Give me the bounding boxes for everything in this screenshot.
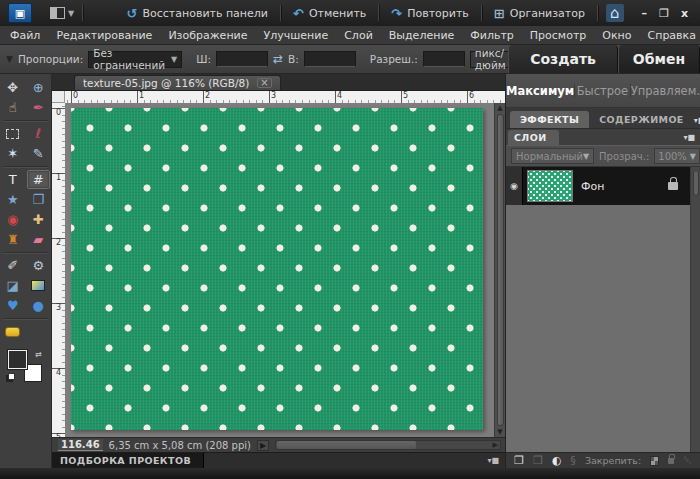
height-field[interactable] bbox=[304, 51, 356, 67]
link-layers-icon[interactable]: § bbox=[570, 455, 576, 466]
resolution-field[interactable] bbox=[423, 51, 465, 67]
horizontal-scroll-thumb[interactable] bbox=[277, 441, 416, 449]
layers-panel-tab[interactable]: СЛОИ bbox=[508, 130, 559, 145]
lock-transparency-button[interactable] bbox=[650, 456, 659, 466]
menu-layer[interactable]: Слой bbox=[344, 29, 373, 42]
zoom-tool[interactable]: ⊕ bbox=[27, 78, 50, 97]
tab-content[interactable]: СОДЕРЖИМОЕ bbox=[589, 111, 694, 128]
scroll-right-icon[interactable]: ▶ bbox=[493, 441, 500, 449]
home-button[interactable]: ⌂ bbox=[606, 4, 624, 22]
scroll-down-icon[interactable]: ▼ bbox=[497, 427, 502, 437]
blur-tool[interactable]: ● bbox=[27, 296, 50, 315]
proportions-value: Без ограничений bbox=[93, 47, 165, 71]
healing-brush-tool[interactable]: ✚ bbox=[27, 210, 50, 229]
tab-effects[interactable]: ЭФФЕКТЫ bbox=[510, 111, 589, 128]
shape-tool[interactable]: ♥ bbox=[1, 296, 24, 315]
panel-menu-icon[interactable]: ▾■ bbox=[694, 116, 700, 128]
eraser-tool[interactable]: ▰ bbox=[27, 230, 50, 249]
quick-selection-tool[interactable]: ✎ bbox=[27, 144, 50, 163]
chevron-down-icon: ▼ bbox=[690, 152, 696, 161]
redo-button[interactable]: ↷ Повторить bbox=[387, 4, 473, 23]
create-tab[interactable]: Создать bbox=[508, 45, 618, 73]
blend-mode-dropdown[interactable]: Нормальный ▼ bbox=[511, 148, 594, 164]
menu-edit[interactable]: Редактирование bbox=[56, 29, 152, 42]
status-options-arrow-icon[interactable]: ▶ bbox=[257, 440, 269, 451]
clone-stamp-tool[interactable]: ♜ bbox=[1, 230, 24, 249]
project-bin-tab[interactable]: ПОДБОРКА ПРОЕКТОВ bbox=[52, 453, 204, 468]
share-tab[interactable]: Обмен bbox=[618, 45, 700, 73]
opacity-value: 100% bbox=[658, 151, 687, 162]
menu-file[interactable]: Файл bbox=[10, 29, 40, 42]
recompose-tool[interactable]: ❐ bbox=[27, 190, 50, 209]
tab-guided-edit[interactable]: Управляем. bbox=[630, 84, 700, 98]
menu-filter[interactable]: Фильтр bbox=[470, 29, 514, 42]
cookie-cutter-tool[interactable]: ★ bbox=[1, 190, 24, 209]
ruler-number: 0 bbox=[71, 91, 137, 100]
menu-image[interactable]: Изображение bbox=[168, 29, 247, 42]
foreground-color-swatch[interactable] bbox=[8, 350, 27, 369]
marquee-tool[interactable] bbox=[1, 124, 24, 143]
maximize-button[interactable]: ❐ bbox=[659, 7, 669, 20]
smart-brush-tool[interactable]: ⚙ bbox=[27, 256, 50, 275]
proportions-dropdown[interactable]: Без ограничений ▼ bbox=[88, 51, 182, 68]
tool-icon: ✎ bbox=[33, 147, 44, 160]
menu-window[interactable]: Окно bbox=[602, 29, 631, 42]
crop-tool[interactable]: # bbox=[27, 170, 50, 189]
minimize-button[interactable]: – bbox=[642, 7, 648, 20]
layer-thumbnail[interactable] bbox=[527, 170, 573, 202]
tool-separator[interactable] bbox=[4, 252, 48, 253]
zoom-percentage-field[interactable]: 116.46 bbox=[58, 439, 103, 451]
menu-enhance[interactable]: Улучшение bbox=[264, 29, 329, 42]
hand-tool[interactable]: ☝ bbox=[1, 98, 24, 117]
scroll-up-icon[interactable]: ▲ bbox=[497, 103, 502, 113]
image-canvas-polka-dot-texture[interactable] bbox=[71, 108, 483, 430]
vertical-scroll-thumb[interactable] bbox=[497, 114, 504, 426]
type-tool[interactable]: T bbox=[1, 170, 24, 189]
width-field[interactable] bbox=[216, 51, 268, 67]
tool-separator[interactable] bbox=[4, 120, 48, 121]
delete-layer-icon[interactable]: ␡ bbox=[683, 455, 692, 466]
panel-menu-icon[interactable]: ▾■ bbox=[683, 133, 700, 145]
eyedropper-tool[interactable]: ✒ bbox=[27, 98, 50, 117]
panel-menu-icon[interactable]: ▾■ bbox=[487, 456, 505, 465]
adjustment-layer-icon[interactable]: ◐ bbox=[552, 455, 562, 466]
new-layer-icon[interactable]: ❐ bbox=[514, 455, 524, 466]
organizer-button[interactable]: ⊞ Организатор bbox=[490, 4, 589, 23]
document-tab-bar: texture-05.jpg @ 116% (RGB/8) × bbox=[52, 74, 505, 91]
layers-scroll-thumb[interactable] bbox=[693, 170, 699, 196]
restore-panels-button[interactable]: ↺ Восстановить панели bbox=[123, 4, 272, 23]
swap-colors-icon[interactable]: ⇄ bbox=[35, 350, 42, 359]
tool-separator[interactable] bbox=[4, 318, 48, 319]
lock-all-button[interactable] bbox=[668, 458, 675, 464]
lasso-tool[interactable]: ℓ bbox=[27, 124, 50, 143]
magic-wand-tool[interactable]: ✶ bbox=[1, 144, 24, 163]
brush-tool[interactable]: ✐ bbox=[1, 256, 24, 275]
red-eye-tool[interactable]: ◉ bbox=[1, 210, 24, 229]
arrange-windows-button[interactable]: ▼ bbox=[50, 7, 74, 19]
document-tab[interactable]: texture-05.jpg @ 116% (RGB/8) × bbox=[74, 75, 281, 90]
tab-quick-edit[interactable]: Быстрое bbox=[574, 84, 629, 98]
swap-dimensions-icon[interactable]: ⇄ bbox=[273, 52, 283, 66]
sponge-tool[interactable] bbox=[1, 322, 24, 341]
horizontal-scrollbar[interactable]: ▶ bbox=[275, 440, 501, 450]
tab-full-edit[interactable]: Максимум bbox=[506, 84, 574, 98]
menu-help[interactable]: Справка bbox=[648, 29, 696, 42]
gradient-tool[interactable] bbox=[27, 276, 50, 295]
paint-bucket-tool[interactable]: ◪ bbox=[1, 276, 24, 295]
undo-button[interactable]: ↶ Отменить bbox=[289, 4, 370, 23]
resolution-units-dropdown[interactable]: пикс/дюйм ▼ bbox=[470, 51, 508, 68]
duplicate-layer-icon[interactable]: ❐ bbox=[533, 455, 543, 466]
vertical-scrollbar[interactable]: ▲ ▼ bbox=[494, 103, 505, 437]
move-tool[interactable]: ✥ bbox=[1, 78, 24, 97]
default-colors-icon[interactable] bbox=[8, 373, 15, 380]
menu-view[interactable]: Просмотр bbox=[530, 29, 586, 42]
layers-scrollbar[interactable] bbox=[690, 167, 700, 452]
opacity-dropdown[interactable]: 100% ▼ bbox=[654, 148, 700, 164]
layer-visibility-toggle[interactable]: ◉ bbox=[506, 167, 523, 205]
menu-select[interactable]: Выделение bbox=[389, 29, 455, 42]
undo-icon: ↶ bbox=[293, 6, 304, 21]
tool-separator[interactable] bbox=[4, 166, 48, 167]
layer-row-background[interactable]: ◉ Фон bbox=[506, 167, 690, 205]
close-button[interactable]: x bbox=[681, 7, 688, 20]
close-document-icon[interactable]: × bbox=[257, 78, 271, 88]
